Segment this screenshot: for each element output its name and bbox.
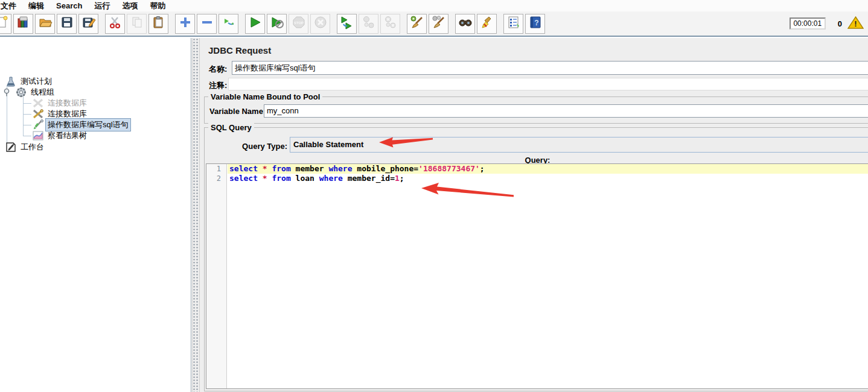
remote-shutdown-all-button bbox=[380, 14, 400, 34]
tree-node-1[interactable]: 线程组 bbox=[0, 87, 56, 98]
toolbar-group: STOP bbox=[245, 14, 330, 34]
sampler-icon bbox=[32, 119, 44, 130]
comments-input[interactable] bbox=[228, 78, 868, 90]
menu-item-5[interactable]: 帮助 bbox=[144, 0, 171, 12]
tree-node-label: 连接数据库 bbox=[46, 97, 89, 109]
tree-node-4[interactable]: 操作数据库编写sql语句 bbox=[0, 119, 130, 130]
svg-text:STOP: STOP bbox=[293, 21, 303, 25]
shutdown-icon bbox=[313, 15, 328, 32]
sql-query-group: SQL Query Query Type: Callable Statement… bbox=[204, 127, 868, 391]
elapsed-timer: 00:00:01 bbox=[790, 17, 826, 30]
thread-group-icon bbox=[15, 87, 27, 98]
cut-button[interactable] bbox=[105, 14, 125, 34]
test-plan-icon bbox=[5, 76, 17, 87]
clear-icon bbox=[410, 15, 424, 32]
remote-start-all-icon bbox=[340, 15, 354, 32]
search-button[interactable] bbox=[455, 14, 475, 34]
tree-node-label: 连接数据库 bbox=[46, 108, 89, 120]
clear-search-button[interactable] bbox=[477, 14, 497, 34]
add-button[interactable] bbox=[175, 14, 195, 34]
toolbar-group: ? bbox=[503, 14, 545, 34]
clear-search-icon bbox=[480, 15, 494, 32]
copy-icon bbox=[130, 15, 144, 32]
tree-node-2: 连接数据库 bbox=[0, 98, 89, 109]
name-input[interactable]: 操作数据库编写sql语句 bbox=[232, 61, 868, 75]
save-as-button[interactable] bbox=[78, 14, 98, 34]
menu-item-4[interactable]: 选项 bbox=[116, 0, 144, 12]
tree-node-5[interactable]: 察看结果树 bbox=[0, 130, 89, 141]
toolbar: STOP? 00:00:01 0 ! bbox=[0, 11, 868, 37]
help-icon: ? bbox=[528, 15, 543, 32]
stop-icon: STOP bbox=[292, 15, 306, 32]
templates-icon bbox=[16, 15, 31, 32]
pane-splitter[interactable] bbox=[192, 38, 200, 392]
function-helper-button[interactable] bbox=[503, 14, 523, 34]
menu-item-0[interactable]: 文件 bbox=[0, 0, 22, 12]
toolbar-groups: STOP? bbox=[0, 14, 545, 34]
remote-stop-all-icon bbox=[362, 15, 376, 32]
tree-expander-icon[interactable] bbox=[3, 87, 10, 98]
line-number: 1 bbox=[206, 164, 226, 174]
tree-node-label: 察看结果树 bbox=[46, 130, 89, 142]
sql-editor[interactable]: 12 select * from member where mobile_pho… bbox=[206, 163, 868, 389]
sql-code-area[interactable]: select * from member where mobile_phone=… bbox=[228, 164, 868, 388]
new-file-icon bbox=[0, 15, 9, 32]
remove-button[interactable] bbox=[197, 14, 217, 34]
variable-name-input[interactable]: my_conn bbox=[264, 104, 868, 118]
stop-button: STOP bbox=[289, 14, 308, 34]
tree-node-6[interactable]: 工作台 bbox=[0, 142, 46, 153]
variable-pool-group: Variable Name Bound to Pool Variable Nam… bbox=[204, 96, 868, 124]
start-no-timers-button[interactable] bbox=[267, 14, 287, 34]
toolbar-group bbox=[0, 14, 98, 34]
line-number: 2 bbox=[206, 174, 226, 183]
tree-node-3[interactable]: 连接数据库 bbox=[0, 109, 89, 119]
tree-node-label: 测试计划 bbox=[19, 75, 54, 87]
start-icon bbox=[248, 15, 263, 32]
toolbar-group bbox=[337, 14, 400, 34]
menu-bar: 文件编辑Search运行选项帮助 bbox=[0, 0, 868, 11]
jmeter-window: 文件编辑Search运行选项帮助 STOP? 00:00:01 0 ! 测试计划… bbox=[0, 0, 868, 392]
save-button[interactable] bbox=[57, 14, 77, 34]
remote-stop-all-button bbox=[359, 14, 378, 34]
start-button[interactable] bbox=[245, 14, 265, 34]
remote-shutdown-all-icon bbox=[383, 15, 398, 32]
save-icon bbox=[60, 15, 74, 32]
function-helper-icon bbox=[506, 15, 521, 32]
templates-button[interactable] bbox=[13, 14, 33, 34]
toolbar-right: 00:00:01 0 ! bbox=[790, 16, 868, 32]
toggle-icon bbox=[222, 15, 236, 32]
open-file-button[interactable] bbox=[35, 14, 55, 34]
config-disabled-icon bbox=[32, 98, 44, 109]
variable-name-label: Variable Name: bbox=[209, 107, 266, 116]
svg-text:?: ? bbox=[534, 19, 538, 27]
clear-button[interactable] bbox=[407, 14, 427, 34]
copy-button bbox=[127, 14, 147, 34]
clear-all-button[interactable] bbox=[429, 14, 448, 34]
tree-node-label: 操作数据库编写sql语句 bbox=[46, 119, 130, 131]
help-button[interactable]: ? bbox=[525, 14, 545, 34]
remove-icon bbox=[200, 15, 214, 32]
menu-item-1[interactable]: 编辑 bbox=[22, 0, 50, 12]
new-file-button[interactable] bbox=[0, 14, 11, 34]
toggle-button[interactable] bbox=[219, 14, 238, 34]
tree-node-0[interactable]: 测试计划 bbox=[0, 76, 54, 87]
jdbc-request-panel: JDBC Request 名称: 操作数据库编写sql语句 注释: Variab… bbox=[200, 38, 868, 392]
test-plan-tree: 测试计划线程组连接数据库连接数据库操作数据库编写sql语句察看结果树工作台 bbox=[0, 38, 191, 392]
name-label: 名称: bbox=[209, 64, 227, 75]
variable-pool-group-title: Variable Name Bound to Pool bbox=[208, 92, 322, 101]
tree-node-label: 工作台 bbox=[19, 141, 46, 153]
paste-icon bbox=[152, 15, 166, 32]
clear-all-icon bbox=[432, 15, 446, 32]
warning-triangle-icon[interactable]: ! bbox=[847, 16, 864, 32]
remote-start-all-button[interactable] bbox=[337, 14, 357, 34]
toolbar-group bbox=[455, 14, 497, 34]
toolbar-group bbox=[175, 14, 238, 34]
workbench-icon bbox=[5, 142, 17, 153]
paste-button[interactable] bbox=[148, 14, 168, 34]
svg-text:!: ! bbox=[854, 19, 857, 28]
menu-item-2[interactable]: Search bbox=[50, 1, 88, 11]
query-type-select[interactable]: Callable Statement bbox=[290, 137, 868, 153]
menu-item-3[interactable]: 运行 bbox=[88, 0, 116, 12]
save-as-icon bbox=[81, 15, 96, 32]
start-no-timers-icon bbox=[270, 15, 284, 32]
